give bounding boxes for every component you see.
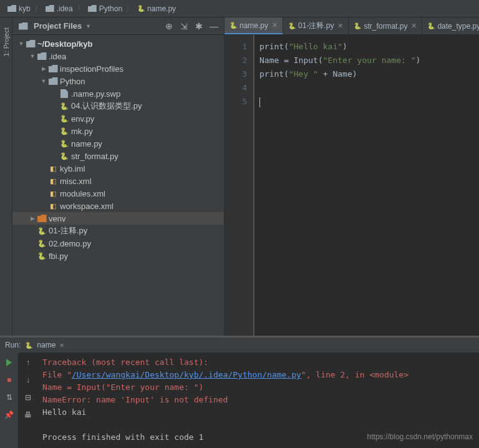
close-icon[interactable]: ✕ (337, 22, 343, 30)
layout-button[interactable]: ⇅ (3, 391, 16, 404)
tree-row[interactable]: 🐍name.py (12, 137, 224, 150)
tree-label: 04.认识数据类型.py (71, 100, 142, 112)
folder-icon (47, 77, 59, 85)
breadcrumb: kyb〉.idea〉Python〉🐍name.py (0, 0, 479, 17)
python-icon: 🐍 (427, 22, 435, 29)
tree-row[interactable]: .name.py.swp (12, 87, 224, 100)
tree-arrow-icon[interactable]: ▶ (40, 66, 47, 72)
output-line: Traceback (most recent call last): (42, 356, 474, 369)
python-icon: 🐍 (137, 5, 145, 12)
editor-tab[interactable]: 🐍name.py✕ (225, 17, 283, 34)
tree-label: venv (49, 214, 65, 223)
xml-icon: ◧ (47, 165, 59, 173)
tree-row[interactable]: ▼Python (12, 75, 224, 87)
tree-row[interactable]: 🐍mk.py (12, 125, 224, 137)
stacktrace-link[interactable]: /Users/wangkai/Desktop/kyb/.idea/Python/… (72, 370, 301, 379)
xml-icon: ◧ (47, 202, 59, 210)
code-line[interactable] (254, 95, 479, 109)
tree-row[interactable]: ▼.idea (12, 50, 224, 62)
hide-icon[interactable]: — (209, 21, 219, 31)
python-icon: 🐍 (354, 22, 361, 29)
tree-row[interactable]: ◧misc.xml (12, 175, 224, 187)
breadcrumb-item[interactable]: .idea (43, 4, 75, 13)
tree-row[interactable]: 🐍env.py (12, 112, 224, 125)
tree-row[interactable]: 🐍fbi.py (12, 250, 224, 262)
code-line[interactable] (254, 81, 479, 95)
code-line[interactable]: Name = Input("Enter your name: ") (254, 54, 479, 67)
rerun-button[interactable] (3, 356, 16, 369)
stop-button[interactable]: ■ (3, 374, 16, 386)
python-icon: 🐍 (59, 140, 70, 148)
close-icon[interactable]: ✕ (411, 22, 417, 30)
editor-tab[interactable]: 🐍01-注释.py✕ (283, 17, 349, 34)
tree-arrow-icon[interactable]: ▼ (17, 41, 25, 47)
tree-row[interactable]: ▶venv (12, 212, 224, 225)
folder-icon (7, 5, 16, 12)
python-icon: 🐍 (59, 102, 70, 110)
python-icon: 🐍 (59, 152, 70, 160)
locate-icon[interactable]: ⊕ (164, 21, 174, 31)
output-line: NameError: name 'Input' is not defined (42, 394, 474, 406)
run-panel: Run: 🐍 name ✕ ■ ⇅ 📌 ↑ ↓ ⊟ 🖶 Traceback (m… (0, 336, 479, 448)
down-button[interactable]: ↓ (22, 374, 34, 386)
tree-row[interactable]: 🐍04.认识数据类型.py (12, 100, 224, 112)
run-output[interactable]: Traceback (most recent call last): File … (37, 353, 479, 448)
python-icon: 🐍 (24, 341, 33, 349)
editor-tab[interactable]: 🐍date_type.py✕ (422, 17, 479, 34)
tree-label: 01-注释.py (49, 225, 87, 236)
python-icon: 🐍 (288, 22, 296, 29)
pin-button[interactable]: 📌 (3, 409, 16, 421)
tool-tab-project[interactable]: 1: Project (2, 24, 10, 60)
project-panel-title: Project Files (34, 21, 82, 31)
breadcrumb-item[interactable]: Python (85, 4, 125, 13)
output-line: Name = Input("Enter your name: ") (42, 381, 474, 394)
code-area[interactable]: print("Hello kai")Name = Input("Enter yo… (253, 35, 479, 336)
code-editor[interactable]: 12345 print("Hello kai")Name = Input("En… (225, 35, 479, 336)
print-button[interactable]: 🖶 (22, 409, 34, 421)
tree-label: str_format.py (71, 152, 119, 161)
editor-area: 🐍name.py✕🐍01-注释.py✕🐍str_format.py✕🐍date_… (225, 17, 479, 336)
tree-label: workspace.xml (60, 202, 114, 211)
tree-row[interactable]: ▼~/Desktop/kyb (12, 37, 224, 50)
gear-icon[interactable]: ✱ (194, 21, 204, 31)
breadcrumb-item[interactable]: kyb (5, 4, 33, 13)
tree-row[interactable]: ◧kyb.iml (12, 162, 224, 175)
run-toolbar-2: ↑ ↓ ⊟ 🖶 (19, 353, 37, 448)
tree-label: modules.xml (60, 189, 105, 198)
project-panel-header: Project Files ▼ ⊕ ⇲ ✱ — (12, 17, 224, 35)
folder-icon (47, 65, 59, 72)
code-line[interactable]: print("Hey " + Name) (254, 67, 479, 81)
folder-icon (36, 215, 47, 222)
watermark: https://blog.csdn.net/pythonmax (367, 431, 473, 443)
tree-label: Python (60, 77, 85, 86)
run-header: Run: 🐍 name ✕ (0, 338, 479, 353)
close-icon[interactable]: ✕ (272, 21, 278, 29)
tree-row[interactable]: 🐍str_format.py (12, 150, 224, 162)
tree-row[interactable]: 🐍01-注释.py (12, 225, 224, 237)
tree-row[interactable]: ◧workspace.xml (12, 200, 224, 212)
run-config-name: name (37, 341, 56, 349)
editor-tab[interactable]: 🐍str_format.py✕ (349, 17, 422, 34)
left-tool-strip: 1: Project (0, 17, 12, 336)
run-label: Run: (5, 341, 21, 349)
wrap-button[interactable]: ⊟ (22, 391, 34, 404)
code-line[interactable]: print("Hello kai") (254, 40, 479, 54)
tree-arrow-icon[interactable]: ▼ (29, 53, 36, 59)
project-tree[interactable]: ▼~/Desktop/kyb▼.idea▶inspectionProfiles▼… (12, 35, 224, 336)
run-toolbar: ■ ⇅ 📌 (0, 353, 19, 448)
tree-arrow-icon[interactable]: ▼ (40, 78, 47, 84)
folder-icon (25, 40, 36, 47)
breadcrumb-item[interactable]: 🐍name.py (135, 4, 178, 13)
tree-label: fbi.py (49, 251, 68, 261)
tree-row[interactable]: ▶inspectionProfiles (12, 62, 224, 75)
tree-arrow-icon[interactable]: ▶ (29, 215, 36, 222)
collapse-icon[interactable]: ⇲ (179, 21, 189, 31)
close-icon[interactable]: ✕ (59, 342, 64, 349)
tree-row[interactable]: 🐍02.demo.py (12, 237, 224, 250)
output-line: File "/Users/wangkai/Desktop/kyb/.idea/P… (42, 369, 474, 381)
tree-row[interactable]: ◧modules.xml (12, 187, 224, 200)
tree-label: inspectionProfiles (60, 64, 123, 74)
python-icon: 🐍 (59, 115, 70, 123)
line-gutter: 12345 (225, 35, 253, 336)
up-button[interactable]: ↑ (22, 356, 34, 369)
